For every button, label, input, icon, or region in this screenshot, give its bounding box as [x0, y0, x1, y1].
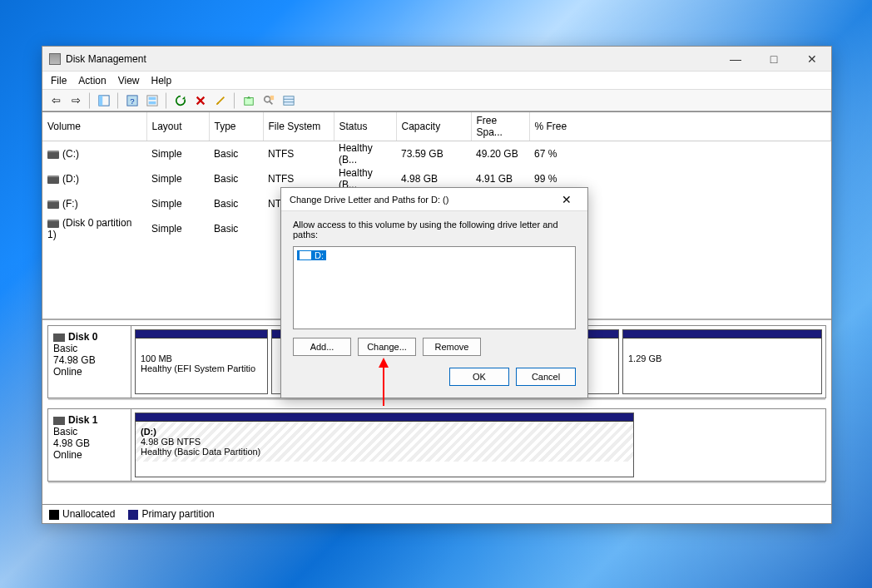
legend-swatch-primary — [128, 510, 138, 520]
col-status[interactable]: Status — [334, 112, 396, 141]
back-icon[interactable]: ⇦ — [47, 92, 64, 109]
svg-text:?: ? — [130, 96, 134, 105]
disk-info: Disk 0 Basic 74.98 GB Online — [48, 326, 131, 398]
legend: Unallocated Primary partition — [42, 504, 831, 523]
ok-button[interactable]: OK — [449, 368, 509, 386]
refresh-icon[interactable] — [172, 92, 189, 109]
svg-rect-5 — [149, 96, 156, 100]
disk-icon — [53, 417, 65, 425]
menubar: File Action View Help — [42, 72, 831, 90]
disk-icon — [47, 220, 59, 228]
action-icon[interactable] — [240, 92, 257, 109]
properties-icon[interactable] — [212, 92, 229, 109]
disk-icon — [47, 151, 59, 159]
change-button[interactable]: Change... — [358, 338, 416, 356]
dialog-instruction: Allow access to this volume by using the… — [293, 220, 576, 240]
svg-rect-1 — [99, 95, 102, 105]
show-hide-tree-icon[interactable] — [96, 92, 112, 109]
menu-action[interactable]: Action — [78, 75, 106, 86]
app-icon — [49, 53, 61, 65]
menu-view[interactable]: View — [118, 75, 140, 86]
partition-last[interactable]: 1.29 GB — [622, 329, 822, 394]
svg-point-8 — [265, 96, 270, 101]
change-drive-letter-dialog: Change Drive Letter and Paths for D: () … — [280, 187, 588, 398]
partition-efi[interactable]: 100 MB Healthy (EFI System Partitio — [135, 329, 268, 394]
disk-info: Disk 1 Basic 4.98 GB Online — [48, 409, 131, 481]
disk-row-1[interactable]: Disk 1 Basic 4.98 GB Online (D:) 4.98 GB… — [47, 408, 826, 482]
cancel-button[interactable]: Cancel — [516, 368, 576, 386]
maximize-button[interactable]: □ — [755, 47, 793, 72]
table-row[interactable]: (C:) Simple Basic NTFS Healthy (B... 73.… — [42, 141, 831, 167]
dialog-close-icon[interactable]: ✕ — [554, 193, 579, 206]
menu-help[interactable]: Help — [151, 75, 172, 86]
svg-rect-9 — [270, 95, 274, 99]
window-title: Disk Management — [66, 53, 146, 65]
disk-icon — [47, 175, 59, 184]
col-free[interactable]: Free Spa... — [471, 112, 529, 141]
col-pctfree[interactable]: % Free — [529, 112, 831, 141]
partition-color-bar — [136, 330, 267, 338]
svg-rect-7 — [245, 97, 254, 105]
partition-d[interactable]: (D:) 4.98 GB NTFS Healthy (Basic Data Pa… — [135, 413, 634, 477]
menu-file[interactable]: File — [51, 75, 67, 86]
settings-icon[interactable] — [144, 92, 161, 109]
delete-icon[interactable] — [192, 92, 209, 109]
add-button[interactable]: Add... — [293, 338, 351, 356]
paths-listbox[interactable]: D: — [293, 246, 576, 329]
forward-icon[interactable]: ⇨ — [67, 92, 84, 109]
toolbar: ⇦ ⇨ ? — [42, 90, 831, 111]
drive-icon — [300, 251, 311, 259]
col-volume[interactable]: Volume — [42, 112, 146, 141]
legend-swatch-unallocated — [49, 510, 59, 520]
titlebar[interactable]: Disk Management — □ ✕ — [42, 47, 831, 72]
partition-color-bar — [136, 413, 633, 422]
svg-rect-6 — [149, 101, 156, 104]
close-button[interactable]: ✕ — [793, 47, 831, 72]
disk-icon — [47, 200, 59, 209]
col-fs[interactable]: File System — [263, 112, 334, 141]
dialog-title: Change Drive Letter and Paths for D: () — [290, 195, 448, 205]
disk-icon — [53, 334, 65, 342]
path-list-item[interactable]: D: — [297, 250, 326, 260]
minimize-button[interactable]: — — [716, 47, 755, 72]
find-icon[interactable] — [260, 92, 277, 109]
svg-rect-10 — [284, 96, 294, 105]
dialog-titlebar[interactable]: Change Drive Letter and Paths for D: () … — [281, 188, 587, 211]
remove-button[interactable]: Remove — [423, 338, 481, 356]
list-icon[interactable] — [280, 92, 297, 109]
col-capacity[interactable]: Capacity — [396, 112, 471, 141]
col-type[interactable]: Type — [209, 112, 263, 141]
col-layout[interactable]: Layout — [146, 112, 209, 141]
partition-color-bar — [623, 330, 821, 338]
help-icon[interactable]: ? — [124, 92, 141, 109]
